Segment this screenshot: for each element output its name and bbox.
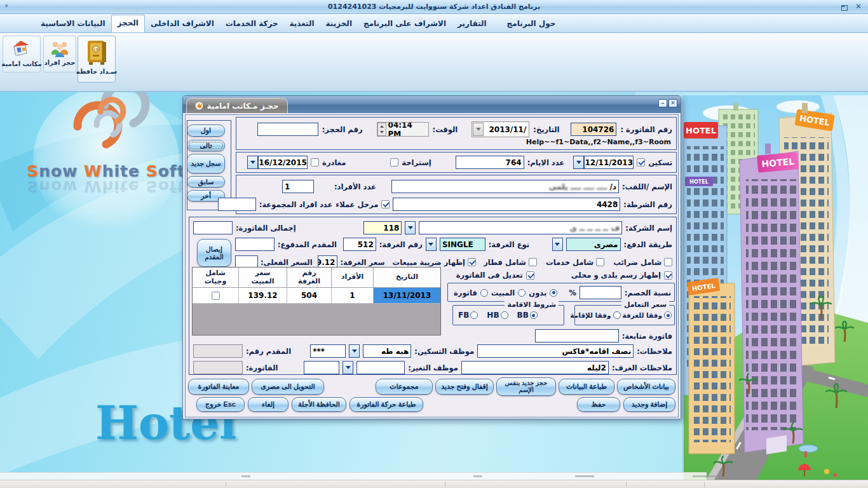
- menu-internal-supervision[interactable]: الاشراف الداخلى: [145, 16, 220, 32]
- payment-combo-arrow[interactable]: [552, 238, 563, 251]
- group-count-field[interactable]: [218, 198, 256, 211]
- invoice-preview-button[interactable]: معاينة الفاتورة: [188, 379, 249, 395]
- change-employee-field[interactable]: [356, 361, 405, 374]
- window-maximize-button[interactable]: [841, 5, 848, 11]
- invoice-no-field[interactable]: 104726: [571, 123, 616, 136]
- dialog-close-button[interactable]: ✕: [668, 99, 677, 107]
- guest-name-field[interactable]: د/ ــــ ــــ ــــ يلمى: [391, 180, 619, 193]
- payment-method-field[interactable]: مصرى: [566, 238, 621, 251]
- followup-invoice-field[interactable]: [535, 329, 619, 342]
- board-fb-radio[interactable]: [470, 311, 478, 319]
- cell-date[interactable]: 13/11/2013: [373, 288, 440, 304]
- room-type-field[interactable]: SINGLE: [440, 238, 485, 251]
- nav-first-button[interactable]: اول: [187, 125, 225, 137]
- board-bb-option[interactable]: BB: [517, 311, 538, 320]
- services-checkbox[interactable]: [596, 258, 604, 266]
- dialog-titlebar[interactable]: حجـز مـكاتب امامية – ✕: [183, 96, 681, 113]
- discount-none-radio[interactable]: [550, 289, 557, 297]
- window-close-button[interactable]: ✕: [855, 1, 862, 11]
- board-hb-radio[interactable]: [501, 311, 508, 319]
- client-carry-checkbox[interactable]: [381, 200, 390, 208]
- discount-invoice-radio[interactable]: [480, 289, 488, 297]
- nav-new-record-button[interactable]: سجل جديد: [187, 154, 225, 173]
- nav-previous-button[interactable]: سابق: [187, 176, 225, 187]
- time-spinner-buttons[interactable]: [377, 123, 386, 136]
- cell-price[interactable]: 139.12: [238, 288, 287, 304]
- discount-stay-radio[interactable]: [518, 289, 526, 297]
- front-offices-button[interactable]: مكاتب امامية: [3, 36, 41, 72]
- local-fees-checkbox[interactable]: [664, 271, 672, 280]
- company-name-field[interactable]: ف ــ ــ ــ ــ ى: [419, 221, 622, 234]
- invoice-total-field[interactable]: [193, 221, 233, 234]
- menu-reports[interactable]: التقارير: [452, 16, 492, 32]
- deferred-portfolio-button[interactable]: الحافظة الأجلة: [292, 397, 346, 412]
- departure-date-arrow[interactable]: [247, 156, 258, 169]
- individual-booking-button[interactable]: حجز افراد: [43, 36, 76, 72]
- nav-next-button[interactable]: تالى: [187, 140, 225, 151]
- board-fb-option[interactable]: FB: [458, 311, 478, 320]
- persons-data-button[interactable]: بيانات الأشخاص: [617, 379, 675, 395]
- add-and-new-button[interactable]: إضافة وجديد: [623, 397, 675, 412]
- date-combo-arrow[interactable]: [473, 123, 484, 136]
- cell-meals[interactable]: [193, 288, 238, 304]
- rest-checkbox[interactable]: [390, 158, 398, 166]
- cancel-button[interactable]: إلغاء: [248, 397, 288, 412]
- board-hb-option[interactable]: HB: [487, 311, 508, 320]
- new-booking-same-name-button[interactable]: حجز جديد بنفس الإسم: [496, 377, 556, 396]
- departure-checkbox[interactable]: [311, 158, 319, 166]
- room-no-field[interactable]: 512: [343, 238, 376, 251]
- taxes-checkbox[interactable]: [664, 258, 672, 266]
- print-invoice-movement-button[interactable]: طباعة حركة الفاتورة: [349, 397, 423, 412]
- nights-table-row[interactable]: 13/11/2013 1 504 139.12: [193, 288, 440, 304]
- persons-field[interactable]: 1: [282, 180, 314, 193]
- by-stay-radio[interactable]: [613, 311, 621, 319]
- dialog-minimize-button[interactable]: –: [658, 99, 667, 107]
- police-no-field[interactable]: 4428: [393, 198, 620, 211]
- company-combo-arrow[interactable]: [405, 221, 416, 234]
- convert-to-egyptian-button[interactable]: التحويل الى مصرى: [252, 379, 324, 395]
- cell-persons[interactable]: 1: [331, 288, 373, 304]
- menu-services-movement[interactable]: حركة الخدمات: [220, 16, 284, 32]
- advance-receipt-button[interactable]: إيصال المقدم: [197, 239, 231, 267]
- change-password-field[interactable]: [304, 361, 339, 374]
- company-code-field[interactable]: 118: [363, 221, 402, 234]
- save-button[interactable]: حفظ: [577, 397, 620, 412]
- change-employee-combo-arrow[interactable]: [342, 361, 353, 374]
- print-data-button[interactable]: طباعة البيانات: [559, 379, 614, 395]
- cell-room[interactable]: 504: [287, 288, 331, 304]
- password-field[interactable]: ***: [310, 344, 346, 358]
- groups-button[interactable]: مجموعات: [376, 379, 433, 395]
- days-field[interactable]: 764: [456, 156, 524, 169]
- window-titlebar[interactable]: ▾ برنامج الفنادق اعداد شركة سنووايت للبر…: [0, 0, 868, 14]
- edit-invoice-checkbox[interactable]: [526, 271, 534, 280]
- safe-payment-button[interactable]: ١٥ سـداد حافظه: [78, 36, 116, 83]
- checkin-employee-combo-arrow[interactable]: [349, 344, 360, 358]
- checkin-checkbox[interactable]: [637, 158, 645, 166]
- notes-field[interactable]: نصف اقامه*فاكس: [477, 344, 634, 358]
- quick-access-icon[interactable]: ▾: [5, 3, 8, 9]
- menu-treasury[interactable]: الخزينة: [320, 16, 358, 32]
- cell-meals-checkbox[interactable]: [212, 292, 220, 300]
- room-type-combo-arrow[interactable]: [426, 238, 437, 251]
- close-open-new-button[interactable]: إقفال وفتح جديد: [435, 379, 494, 395]
- menu-booking[interactable]: الحجز: [111, 15, 145, 32]
- paid-advance-field[interactable]: [235, 238, 275, 251]
- menu-catering[interactable]: التغذية: [284, 16, 320, 32]
- sales-tax-checkbox[interactable]: [468, 258, 476, 266]
- by-room-radio[interactable]: [664, 311, 672, 319]
- room-notes-field[interactable]: 2ليله: [461, 361, 609, 374]
- discount-field[interactable]: [580, 286, 621, 299]
- exit-esc-button[interactable]: Esc خروج: [196, 397, 245, 412]
- date-combo[interactable]: 2013/11/: [471, 121, 529, 137]
- checkin-date-combo[interactable]: 12/11/2013: [573, 156, 634, 169]
- menu-basic-data[interactable]: البيانات الاساسية: [35, 16, 111, 32]
- breakfast-checkbox[interactable]: [529, 258, 537, 266]
- checkin-date-arrow[interactable]: [573, 156, 584, 169]
- departure-date-combo[interactable]: 16/12/2015: [247, 156, 308, 169]
- time-spinner[interactable]: 04:14 PM: [377, 122, 429, 137]
- menu-about[interactable]: حول البرنامج: [501, 16, 562, 32]
- checkin-employee-field[interactable]: هبه طه: [363, 344, 411, 358]
- board-bb-radio[interactable]: [530, 311, 538, 319]
- booking-no-field[interactable]: [257, 123, 318, 136]
- menu-program-supervision[interactable]: الاشراف على البرنامج: [358, 16, 452, 32]
